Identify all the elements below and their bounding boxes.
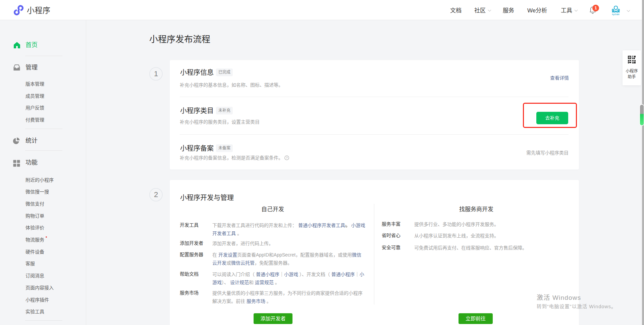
svg-text:?: ? [286, 156, 287, 159]
svg-text:kychakr: kychakr [612, 13, 620, 16]
